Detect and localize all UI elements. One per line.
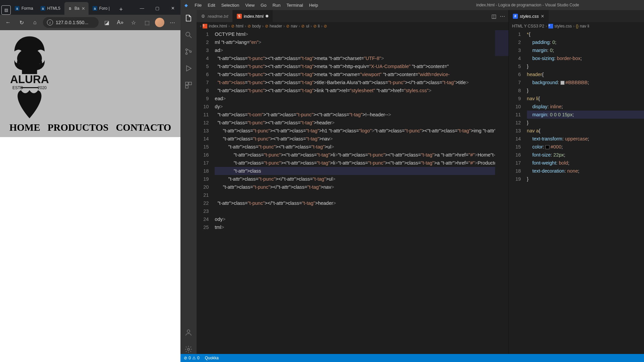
- close-tab-icon[interactable]: ✕: [82, 6, 85, 11]
- status-quokka[interactable]: Quokka: [205, 356, 219, 360]
- split-editor-icon[interactable]: ◫: [491, 13, 496, 19]
- address-bar[interactable]: i 127.0.0.1:550...: [43, 17, 99, 28]
- site-info-icon[interactable]: i: [47, 19, 53, 25]
- source-control-icon[interactable]: [184, 47, 193, 56]
- vscode-window: ◆ File Edit Selection View Go Run Termin…: [180, 0, 644, 362]
- status-bar: ⊘ 0 ⚠ 0 Quokka Ln 18, Col 41 Spaces: 4 U…: [180, 354, 644, 362]
- menu-edit[interactable]: Edit: [205, 2, 218, 9]
- nav-link[interactable]: CONTACTO: [116, 122, 171, 133]
- svg-text:2020: 2020: [38, 85, 47, 90]
- page-header: ALURA ESTD 2020 HOME PRODUCTOS CONTACTO: [0, 30, 180, 137]
- reading-mode-icon[interactable]: ◪: [101, 17, 112, 28]
- tab-actions-button[interactable]: ▤: [1, 5, 11, 15]
- code-editor-css[interactable]: 12345678910111213141516171819 *{ padding…: [509, 30, 644, 354]
- svg-rect-14: [185, 85, 188, 88]
- favorite-icon[interactable]: ☆: [128, 17, 139, 28]
- editor-group-left: 🛈readme.txt 5index.html ◫⋯ ›5index.html …: [197, 10, 509, 354]
- browser-tabstrip: ▤ aForma aHTML5 🗎Ba✕ aForo | + — ▢ ✕: [0, 0, 180, 15]
- editor-group-right: #styles.css✕ ⋯ HTML Y CSS3 P2› #styles.c…: [509, 10, 644, 354]
- close-tab-icon[interactable]: ✕: [541, 14, 544, 19]
- logo: ALURA ESTD 2020: [3, 33, 55, 120]
- extensions-icon[interactable]: [184, 80, 193, 90]
- svg-line-8: [190, 36, 192, 38]
- url-text: 127.0.0.1:550...: [56, 20, 88, 25]
- browser-toolbar: ← ↻ ⌂ i 127.0.0.1:550... ◪ A» ☆ ⬚ ⋯: [0, 15, 180, 30]
- explorer-icon[interactable]: [184, 13, 193, 23]
- more-icon[interactable]: ⋯: [500, 13, 505, 19]
- activity-bar: [180, 10, 197, 354]
- svg-point-15: [187, 330, 190, 333]
- close-window-button[interactable]: ✕: [165, 1, 180, 15]
- page-nav: HOME PRODUCTOS CONTACTO: [3, 121, 177, 136]
- minimize-button[interactable]: —: [134, 1, 150, 15]
- browser-tab[interactable]: aForo |: [89, 2, 113, 15]
- menu-go[interactable]: Go: [258, 2, 269, 9]
- more-icon[interactable]: ⋯: [167, 17, 178, 28]
- svg-point-7: [186, 32, 190, 36]
- dirty-indicator-icon: [266, 15, 268, 17]
- browser-tab[interactable]: aHTML5: [37, 2, 64, 15]
- code-editor-html[interactable]: 1234567891011121314151617181920212223242…: [197, 30, 508, 354]
- minimap[interactable]: [495, 30, 508, 354]
- svg-point-10: [186, 53, 187, 55]
- breadcrumb[interactable]: ›5index.html ›⊘html ›⊘body ›⊘header ›⊘na…: [197, 22, 508, 30]
- editor-tabbar: #styles.css✕ ⋯: [509, 10, 644, 22]
- browser-viewport: ALURA ESTD 2020 HOME PRODUCTOS CONTACTO: [0, 30, 180, 362]
- status-problems[interactable]: ⊘ 0 ⚠ 0: [184, 356, 199, 360]
- editor-tab[interactable]: 🛈readme.txt: [197, 10, 232, 22]
- breadcrumb[interactable]: HTML Y CSS3 P2› #styles.css› {}nav li: [509, 22, 644, 30]
- accounts-icon[interactable]: [184, 328, 193, 337]
- menu-file[interactable]: File: [192, 2, 204, 9]
- html5-icon: 5: [237, 14, 242, 19]
- profile-avatar[interactable]: [155, 18, 164, 27]
- file-icon: 🛈: [201, 14, 206, 19]
- menu-bar: File Edit Selection View Go Run Terminal…: [192, 2, 321, 9]
- svg-point-11: [190, 51, 192, 53]
- back-button[interactable]: ←: [3, 17, 13, 28]
- svg-text:ALURA: ALURA: [10, 73, 49, 85]
- run-debug-icon[interactable]: [184, 64, 193, 73]
- svg-point-9: [186, 49, 187, 51]
- new-tab-button[interactable]: +: [116, 4, 126, 15]
- menu-view[interactable]: View: [243, 2, 257, 9]
- vscode-logo-icon: ◆: [180, 3, 192, 8]
- menu-run[interactable]: Run: [270, 2, 283, 9]
- editor-tab-active[interactable]: 5index.html: [233, 10, 273, 22]
- css3-icon: #: [513, 14, 518, 19]
- svg-rect-13: [189, 82, 192, 85]
- settings-gear-icon[interactable]: [184, 345, 193, 354]
- menu-selection[interactable]: Selection: [219, 2, 242, 9]
- browser-tab[interactable]: aForma: [11, 2, 37, 15]
- edge-browser: ▤ aForma aHTML5 🗎Ba✕ aForo | + — ▢ ✕ ← ↻…: [0, 0, 180, 362]
- search-icon[interactable]: [184, 30, 193, 40]
- editor-tab-active[interactable]: #styles.css✕: [509, 10, 549, 22]
- menu-terminal[interactable]: Terminal: [284, 2, 306, 9]
- refresh-button[interactable]: ↻: [16, 17, 27, 28]
- nav-link[interactable]: PRODUCTOS: [48, 122, 109, 133]
- svg-point-16: [187, 348, 190, 350]
- home-button[interactable]: ⌂: [30, 17, 40, 28]
- maximize-button[interactable]: ▢: [150, 1, 165, 15]
- nav-link[interactable]: HOME: [9, 122, 40, 133]
- svg-rect-12: [185, 82, 188, 85]
- read-aloud-icon[interactable]: A»: [115, 17, 125, 28]
- window-title: index.html - Logica de programacion - Vi…: [321, 3, 644, 7]
- browser-tab-active[interactable]: 🗎Ba✕: [64, 2, 89, 15]
- vscode-titlebar: ◆ File Edit Selection View Go Run Termin…: [180, 0, 644, 10]
- editor-tabbar: 🛈readme.txt 5index.html ◫⋯: [197, 10, 508, 22]
- extensions-icon[interactable]: ⬚: [142, 17, 152, 28]
- menu-help[interactable]: Help: [306, 2, 321, 9]
